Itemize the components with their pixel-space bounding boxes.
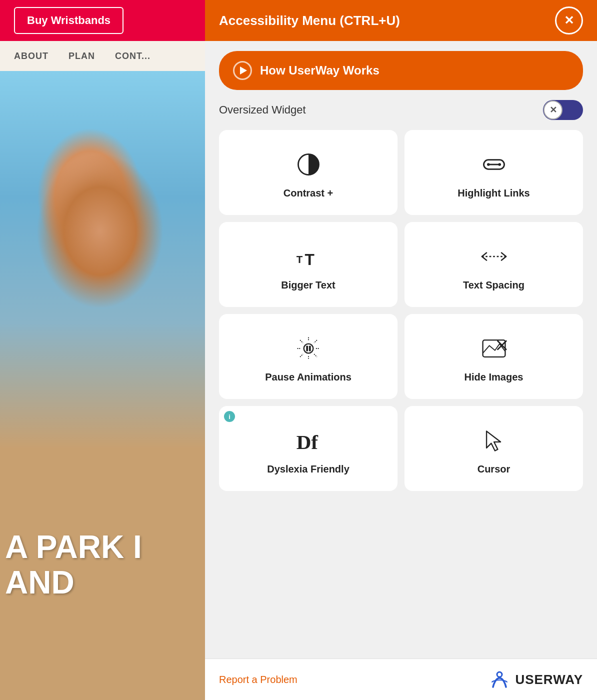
svg-line-13 (300, 340, 303, 343)
highlight-links-card[interactable]: Highlight Links (404, 130, 583, 215)
userway-brand-text: USERWAY (515, 672, 583, 688)
buy-wristbands-button[interactable]: Buy Wristbands (14, 7, 124, 34)
highlight-links-icon (479, 150, 509, 180)
contrast-card[interactable]: Contrast + (219, 130, 398, 215)
oversized-widget-label: Oversized Widget (219, 104, 306, 116)
bigger-text-icon: T T (294, 242, 324, 272)
pause-animations-card[interactable]: Pause Animations (219, 314, 398, 399)
cursor-label: Cursor (478, 464, 510, 475)
nav-plan: PLAN (68, 51, 95, 62)
panel-title: Accessibility Menu (CTRL+U) (219, 13, 400, 28)
play-icon (233, 61, 252, 80)
svg-point-4 (498, 163, 501, 166)
contrast-icon (294, 150, 324, 180)
svg-rect-18 (308, 346, 310, 351)
how-it-works-label: How UserWay Works (260, 64, 380, 78)
toggle-x-icon: ✕ (544, 100, 562, 120)
background-site: Buy Wristbands ABOUT PLAN CONT... A PARK… (0, 0, 205, 700)
svg-rect-19 (482, 340, 505, 357)
svg-line-14 (314, 354, 317, 357)
accessibility-panel: Accessibility Menu (CTRL+U) ✕ How UserWa… (205, 0, 597, 700)
svg-text:T: T (304, 250, 314, 268)
bigger-text-label: Bigger Text (281, 280, 336, 291)
panel-header: Accessibility Menu (CTRL+U) ✕ (205, 0, 597, 41)
panel-footer: Report a Problem USERWAY (205, 658, 597, 700)
dyslexia-friendly-card[interactable]: Df Dyslexia Friendly (219, 406, 398, 491)
text-spacing-icon (479, 242, 509, 272)
pause-animations-label: Pause Animations (265, 372, 352, 383)
how-it-works-button[interactable]: How UserWay Works (219, 51, 583, 90)
svg-point-8 (304, 344, 313, 353)
svg-point-3 (487, 163, 490, 166)
svg-point-23 (497, 672, 502, 677)
highlight-links-label: Highlight Links (458, 188, 530, 199)
site-header: Buy Wristbands (0, 0, 205, 41)
cursor-icon (479, 426, 509, 456)
hero-face-image (0, 71, 205, 700)
svg-rect-17 (306, 346, 308, 351)
hero-text: A PARK I AND (5, 530, 142, 600)
nav-about: ABOUT (14, 51, 48, 62)
features-grid: Contrast + Highlight Links (219, 130, 583, 491)
hide-images-label: Hide Images (464, 372, 524, 383)
text-spacing-label: Text Spacing (463, 280, 524, 291)
hero-image: A PARK I AND (0, 71, 205, 700)
dyslexia-card-wrapper: Df Dyslexia Friendly i (219, 406, 398, 491)
play-triangle (240, 66, 247, 74)
hide-images-card[interactable]: Hide Images (404, 314, 583, 399)
close-button[interactable]: ✕ (555, 6, 583, 34)
svg-line-15 (314, 340, 317, 343)
site-nav: ABOUT PLAN CONT... (0, 41, 205, 71)
svg-text:T: T (296, 254, 302, 265)
dyslexia-icon: Df (294, 426, 324, 456)
nav-contact: CONT... (115, 51, 150, 62)
pause-animations-icon (294, 334, 324, 364)
report-problem-link[interactable]: Report a Problem (219, 674, 298, 686)
text-spacing-card[interactable]: Text Spacing (404, 222, 583, 307)
contrast-label: Contrast + (284, 188, 333, 199)
svg-line-16 (300, 354, 303, 357)
hide-images-icon (479, 334, 509, 364)
panel-body: How UserWay Works Oversized Widget ✕ Con… (205, 41, 597, 658)
oversized-widget-toggle[interactable]: ✕ (543, 100, 583, 120)
info-badge: i (224, 411, 235, 422)
userway-logo: USERWAY (489, 669, 583, 690)
cursor-card[interactable]: Cursor (404, 406, 583, 491)
dyslexia-label: Dyslexia Friendly (267, 464, 350, 475)
svg-text:Df: Df (296, 430, 318, 453)
oversized-widget-row: Oversized Widget ✕ (219, 98, 583, 122)
bigger-text-card[interactable]: T T Bigger Text (219, 222, 398, 307)
userway-logo-icon (489, 669, 510, 690)
